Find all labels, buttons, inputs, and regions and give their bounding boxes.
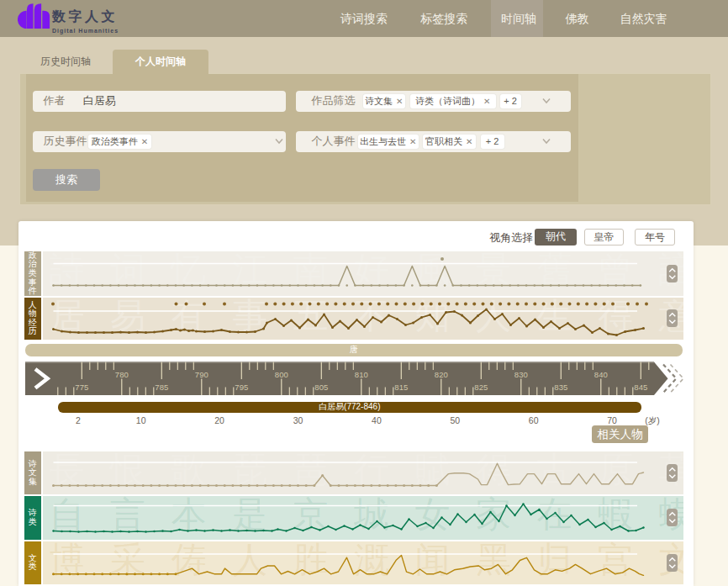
- svg-text:835: 835: [554, 383, 567, 392]
- svg-text:805: 805: [314, 383, 328, 392]
- svg-text:810: 810: [355, 370, 368, 379]
- svg-text:830: 830: [514, 370, 528, 379]
- svg-text:825: 825: [474, 383, 488, 392]
- svg-text:790: 790: [195, 370, 208, 379]
- svg-text:785: 785: [155, 383, 168, 392]
- svg-text:775: 775: [75, 383, 88, 392]
- svg-text:840: 840: [594, 370, 608, 379]
- svg-text:800: 800: [275, 370, 288, 379]
- svg-text:845: 845: [634, 383, 647, 392]
- svg-text:795: 795: [235, 383, 248, 392]
- svg-text:820: 820: [435, 370, 448, 379]
- svg-text:780: 780: [115, 370, 129, 379]
- svg-text:815: 815: [394, 383, 408, 392]
